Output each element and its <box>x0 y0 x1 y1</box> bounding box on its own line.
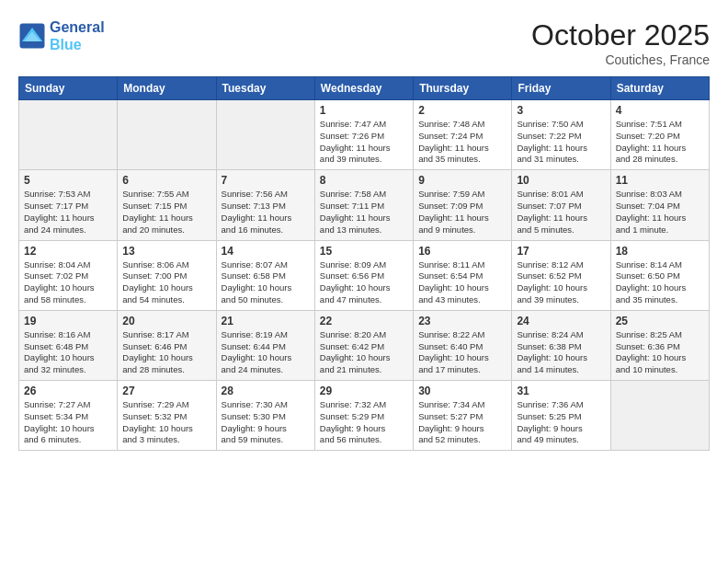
day-number: 7 <box>222 174 310 187</box>
calendar-cell: 24Sunrise: 8:24 AM Sunset: 6:38 PM Dayli… <box>512 310 610 380</box>
title-area: October 2025 Coutiches, France <box>531 18 710 67</box>
cell-content: Sunrise: 8:24 AM Sunset: 6:38 PM Dayligh… <box>517 329 605 376</box>
cell-content: Sunrise: 7:30 AM Sunset: 5:30 PM Dayligh… <box>222 399 310 446</box>
header: General Blue October 2025 Coutiches, Fra… <box>18 18 710 67</box>
calendar-cell: 26Sunrise: 7:27 AM Sunset: 5:34 PM Dayli… <box>19 381 118 451</box>
week-row-2: 5Sunrise: 7:53 AM Sunset: 7:17 PM Daylig… <box>19 170 710 240</box>
cell-content: Sunrise: 7:27 AM Sunset: 5:34 PM Dayligh… <box>24 399 112 446</box>
calendar-cell: 29Sunrise: 7:32 AM Sunset: 5:29 PM Dayli… <box>314 381 413 451</box>
logo: General Blue <box>18 18 105 53</box>
cell-content: Sunrise: 7:32 AM Sunset: 5:29 PM Dayligh… <box>320 399 408 446</box>
weekday-header-friday: Friday <box>512 77 610 100</box>
day-number: 22 <box>320 315 408 327</box>
calendar-cell: 3Sunrise: 7:50 AM Sunset: 7:22 PM Daylig… <box>512 100 610 170</box>
cell-content: Sunrise: 7:53 AM Sunset: 7:17 PM Dayligh… <box>24 189 112 236</box>
calendar-cell <box>118 100 216 170</box>
cell-content: Sunrise: 8:20 AM Sunset: 6:42 PM Dayligh… <box>320 329 408 376</box>
week-row-4: 19Sunrise: 8:16 AM Sunset: 6:48 PM Dayli… <box>19 310 710 380</box>
cell-content: Sunrise: 8:16 AM Sunset: 6:48 PM Dayligh… <box>24 329 112 376</box>
day-number: 23 <box>418 315 506 327</box>
day-number: 11 <box>616 174 704 187</box>
calendar-cell: 25Sunrise: 8:25 AM Sunset: 6:36 PM Dayli… <box>610 310 709 380</box>
calendar-cell: 28Sunrise: 7:30 AM Sunset: 5:30 PM Dayli… <box>216 381 314 451</box>
cell-content: Sunrise: 7:58 AM Sunset: 7:11 PM Dayligh… <box>320 189 408 236</box>
cell-content: Sunrise: 8:01 AM Sunset: 7:07 PM Dayligh… <box>517 189 605 236</box>
month-title: October 2025 <box>531 18 710 52</box>
day-number: 26 <box>24 385 112 397</box>
cell-content: Sunrise: 7:59 AM Sunset: 7:09 PM Dayligh… <box>418 189 506 236</box>
week-row-5: 26Sunrise: 7:27 AM Sunset: 5:34 PM Dayli… <box>19 381 710 451</box>
cell-content: Sunrise: 8:11 AM Sunset: 6:54 PM Dayligh… <box>418 259 506 306</box>
day-number: 16 <box>418 245 506 258</box>
weekday-header-tuesday: Tuesday <box>216 77 314 100</box>
day-number: 3 <box>517 104 605 117</box>
day-number: 31 <box>517 385 605 397</box>
weekday-header-saturday: Saturday <box>610 77 709 100</box>
calendar-cell: 2Sunrise: 7:48 AM Sunset: 7:24 PM Daylig… <box>414 100 512 170</box>
weekday-header-thursday: Thursday <box>414 77 512 100</box>
cell-content: Sunrise: 8:06 AM Sunset: 7:00 PM Dayligh… <box>122 259 210 306</box>
calendar-cell: 12Sunrise: 8:04 AM Sunset: 7:02 PM Dayli… <box>19 240 118 310</box>
calendar-cell: 16Sunrise: 8:11 AM Sunset: 6:54 PM Dayli… <box>414 240 512 310</box>
day-number: 8 <box>320 174 408 187</box>
cell-content: Sunrise: 7:36 AM Sunset: 5:25 PM Dayligh… <box>517 399 605 446</box>
day-number: 9 <box>418 174 506 187</box>
day-number: 2 <box>418 104 506 117</box>
day-number: 21 <box>222 315 310 327</box>
cell-content: Sunrise: 7:50 AM Sunset: 7:22 PM Dayligh… <box>517 119 605 166</box>
day-number: 24 <box>517 315 605 327</box>
weekday-header-wednesday: Wednesday <box>314 77 413 100</box>
day-number: 10 <box>517 174 605 187</box>
cell-content: Sunrise: 8:17 AM Sunset: 6:46 PM Dayligh… <box>122 329 210 376</box>
day-number: 14 <box>222 245 310 258</box>
calendar-cell: 19Sunrise: 8:16 AM Sunset: 6:48 PM Dayli… <box>19 310 118 380</box>
calendar-page: General Blue October 2025 Coutiches, Fra… <box>0 0 728 460</box>
day-number: 20 <box>122 315 210 327</box>
calendar-cell: 14Sunrise: 8:07 AM Sunset: 6:58 PM Dayli… <box>216 240 314 310</box>
day-number: 29 <box>320 385 408 397</box>
cell-content: Sunrise: 7:47 AM Sunset: 7:26 PM Dayligh… <box>320 119 408 166</box>
calendar-cell: 4Sunrise: 7:51 AM Sunset: 7:20 PM Daylig… <box>610 100 709 170</box>
cell-content: Sunrise: 7:48 AM Sunset: 7:24 PM Dayligh… <box>418 119 506 166</box>
calendar-cell: 18Sunrise: 8:14 AM Sunset: 6:50 PM Dayli… <box>610 240 709 310</box>
calendar-cell <box>19 100 118 170</box>
calendar-cell: 22Sunrise: 8:20 AM Sunset: 6:42 PM Dayli… <box>314 310 413 380</box>
day-number: 6 <box>122 174 210 187</box>
logo-text: General Blue <box>50 18 105 53</box>
calendar-cell: 1Sunrise: 7:47 AM Sunset: 7:26 PM Daylig… <box>314 100 413 170</box>
weekday-header-sunday: Sunday <box>19 77 118 100</box>
calendar-cell: 23Sunrise: 8:22 AM Sunset: 6:40 PM Dayli… <box>414 310 512 380</box>
calendar-cell: 30Sunrise: 7:34 AM Sunset: 5:27 PM Dayli… <box>414 381 512 451</box>
day-number: 5 <box>24 174 112 187</box>
calendar-cell: 27Sunrise: 7:29 AM Sunset: 5:32 PM Dayli… <box>118 381 216 451</box>
day-number: 25 <box>616 315 704 327</box>
weekday-header-row: SundayMondayTuesdayWednesdayThursdayFrid… <box>19 77 710 100</box>
calendar-cell: 17Sunrise: 8:12 AM Sunset: 6:52 PM Dayli… <box>512 240 610 310</box>
calendar-cell: 31Sunrise: 7:36 AM Sunset: 5:25 PM Dayli… <box>512 381 610 451</box>
cell-content: Sunrise: 8:25 AM Sunset: 6:36 PM Dayligh… <box>616 329 704 376</box>
day-number: 19 <box>24 315 112 327</box>
cell-content: Sunrise: 8:09 AM Sunset: 6:56 PM Dayligh… <box>320 259 408 306</box>
calendar-table: SundayMondayTuesdayWednesdayThursdayFrid… <box>18 76 710 451</box>
calendar-cell: 5Sunrise: 7:53 AM Sunset: 7:17 PM Daylig… <box>19 170 118 240</box>
day-number: 28 <box>222 385 310 397</box>
cell-content: Sunrise: 7:34 AM Sunset: 5:27 PM Dayligh… <box>418 399 506 446</box>
cell-content: Sunrise: 7:55 AM Sunset: 7:15 PM Dayligh… <box>122 189 210 236</box>
cell-content: Sunrise: 7:56 AM Sunset: 7:13 PM Dayligh… <box>222 189 310 236</box>
calendar-cell: 13Sunrise: 8:06 AM Sunset: 7:00 PM Dayli… <box>118 240 216 310</box>
day-number: 13 <box>122 245 210 258</box>
calendar-cell: 20Sunrise: 8:17 AM Sunset: 6:46 PM Dayli… <box>118 310 216 380</box>
calendar-cell: 8Sunrise: 7:58 AM Sunset: 7:11 PM Daylig… <box>314 170 413 240</box>
day-number: 12 <box>24 245 112 258</box>
cell-content: Sunrise: 7:29 AM Sunset: 5:32 PM Dayligh… <box>122 399 210 446</box>
cell-content: Sunrise: 8:19 AM Sunset: 6:44 PM Dayligh… <box>222 329 310 376</box>
day-number: 17 <box>517 245 605 258</box>
day-number: 18 <box>616 245 704 258</box>
day-number: 27 <box>122 385 210 397</box>
calendar-cell <box>216 100 314 170</box>
calendar-cell: 6Sunrise: 7:55 AM Sunset: 7:15 PM Daylig… <box>118 170 216 240</box>
day-number: 15 <box>320 245 408 258</box>
logo-icon <box>18 22 46 50</box>
calendar-cell: 9Sunrise: 7:59 AM Sunset: 7:09 PM Daylig… <box>414 170 512 240</box>
cell-content: Sunrise: 7:51 AM Sunset: 7:20 PM Dayligh… <box>616 119 704 166</box>
